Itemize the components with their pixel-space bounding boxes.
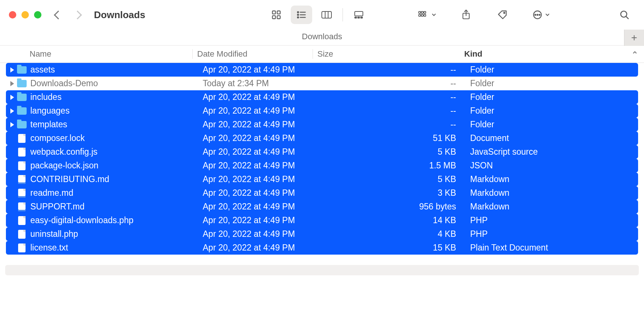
forward-button[interactable] [72,9,83,20]
view-list-button[interactable] [291,6,312,24]
cell-name: Downloads-Demo [6,78,198,88]
close-button[interactable] [9,11,16,19]
cell-kind: Plain Text Document [466,243,638,253]
cell-size: 14 KB [318,215,466,225]
folder-icon [17,120,27,129]
column-date[interactable]: Date Modified [192,49,313,59]
back-button[interactable] [53,9,64,20]
cell-name: uninstall.php [6,229,198,239]
column-name[interactable]: Name [0,49,192,59]
actions-button[interactable] [528,6,554,24]
cell-size: -- [318,106,466,116]
cell-size: 51 KB [318,133,466,143]
svg-rect-13 [355,11,363,16]
file-list: assetsApr 20, 2022 at 4:49 PM--FolderDow… [0,63,644,255]
file-name: SUPPORT.md [30,202,85,212]
svg-point-27 [537,14,538,16]
table-row[interactable]: languagesApr 20, 2022 at 4:49 PM--Folder [6,104,638,118]
nav-buttons [53,9,83,20]
file-name: package-lock.json [30,161,98,171]
table-row[interactable]: composer.lockApr 20, 2022 at 4:49 PM51 K… [6,131,638,145]
table-row[interactable]: assetsApr 20, 2022 at 4:49 PM--Folder [6,63,638,77]
table-row[interactable]: license.txtApr 20, 2022 at 4:49 PM15 KBP… [6,241,638,255]
cell-kind: PHP [466,215,638,225]
cell-name: easy-digital-downloads.php [6,215,198,225]
table-row[interactable]: includesApr 20, 2022 at 4:49 PM--Folder [6,90,638,104]
table-row[interactable]: CONTRIBUTING.mdApr 20, 2022 at 4:49 PM5 … [6,172,638,186]
cell-date: Apr 20, 2022 at 4:49 PM [198,202,318,212]
column-size[interactable]: Size [313,49,460,59]
table-row[interactable]: uninstall.phpApr 20, 2022 at 4:49 PM4 KB… [6,227,638,241]
table-row[interactable]: Downloads-DemoToday at 2:34 PM--Folder [6,77,638,90]
view-gallery-button[interactable] [348,6,370,24]
disclosure-triangle[interactable] [7,81,17,86]
cell-kind: Folder [466,106,638,116]
column-kind[interactable]: Kind ⌃ [460,49,644,59]
document-icon [17,148,27,157]
cell-size: 5 KB [318,174,466,184]
cell-size: 3 KB [318,188,466,198]
cell-kind: Folder [466,78,638,88]
view-mode-group [266,6,370,24]
svg-point-24 [504,12,505,13]
cell-name: license.txt [6,243,198,253]
sort-indicator-icon: ⌃ [631,50,638,60]
file-name: languages [30,106,70,116]
svg-rect-20 [419,14,421,16]
cell-date: Apr 20, 2022 at 4:49 PM [198,215,318,225]
folder-icon [17,107,27,115]
group-by-button[interactable] [414,6,441,24]
tags-button[interactable] [492,6,513,24]
table-row[interactable]: templatesApr 20, 2022 at 4:49 PM--Folder [6,118,638,131]
document-icon [17,161,27,170]
window-controls [9,11,41,19]
maximize-button[interactable] [34,11,41,19]
file-name: uninstall.php [30,229,78,239]
svg-rect-17 [419,11,421,13]
cell-date: Apr 20, 2022 at 4:49 PM [198,161,318,171]
tab-title[interactable]: Downloads [302,32,342,41]
cell-date: Apr 20, 2022 at 4:49 PM [198,188,318,198]
toolbar-right [414,6,635,24]
cell-date: Apr 20, 2022 at 4:49 PM [198,229,318,239]
file-name: Downloads-Demo [30,78,98,88]
cell-name: readme.md [6,188,198,198]
cell-size: 4 KB [318,229,466,239]
table-row[interactable]: webpack.config.jsApr 20, 2022 at 4:49 PM… [6,145,638,159]
file-name: readme.md [30,188,73,198]
table-row[interactable]: readme.mdApr 20, 2022 at 4:49 PM3 KBMark… [6,186,638,200]
file-name: easy-digital-downloads.php [30,215,134,225]
cell-name: CONTRIBUTING.md [6,174,198,184]
document-icon [17,202,27,211]
cell-size: 5 KB [318,147,466,157]
table-row[interactable]: package-lock.jsonApr 20, 2022 at 4:49 PM… [6,159,638,172]
cell-kind: Markdown [466,174,638,184]
cell-date: Apr 20, 2022 at 4:49 PM [198,92,318,102]
search-button[interactable] [614,6,635,24]
view-icons-button[interactable] [266,6,287,24]
disclosure-triangle[interactable] [7,122,17,127]
svg-rect-15 [358,17,360,18]
disclosure-triangle[interactable] [7,95,17,100]
cell-name: languages [6,106,198,116]
svg-point-6 [297,14,299,15]
svg-rect-10 [322,11,331,18]
cell-size: -- [318,78,466,88]
table-row[interactable]: SUPPORT.mdApr 20, 2022 at 4:49 PM956 byt… [6,200,638,214]
disclosure-triangle[interactable] [7,108,17,114]
window-title: Downloads [94,9,145,21]
disclosure-triangle[interactable] [7,67,17,73]
cell-date: Apr 20, 2022 at 4:49 PM [198,106,318,116]
view-columns-button[interactable] [316,6,337,24]
cell-name: assets [6,65,198,75]
minimize-button[interactable] [21,11,29,19]
document-icon [17,175,27,184]
table-row[interactable]: easy-digital-downloads.phpApr 20, 2022 a… [6,214,638,227]
new-tab-button[interactable]: + [624,30,644,46]
cell-date: Apr 20, 2022 at 4:49 PM [198,243,318,253]
svg-rect-1 [277,11,280,14]
file-name: templates [30,120,67,130]
file-name: composer.lock [30,133,85,143]
share-button[interactable] [455,6,477,24]
svg-rect-3 [277,16,280,19]
